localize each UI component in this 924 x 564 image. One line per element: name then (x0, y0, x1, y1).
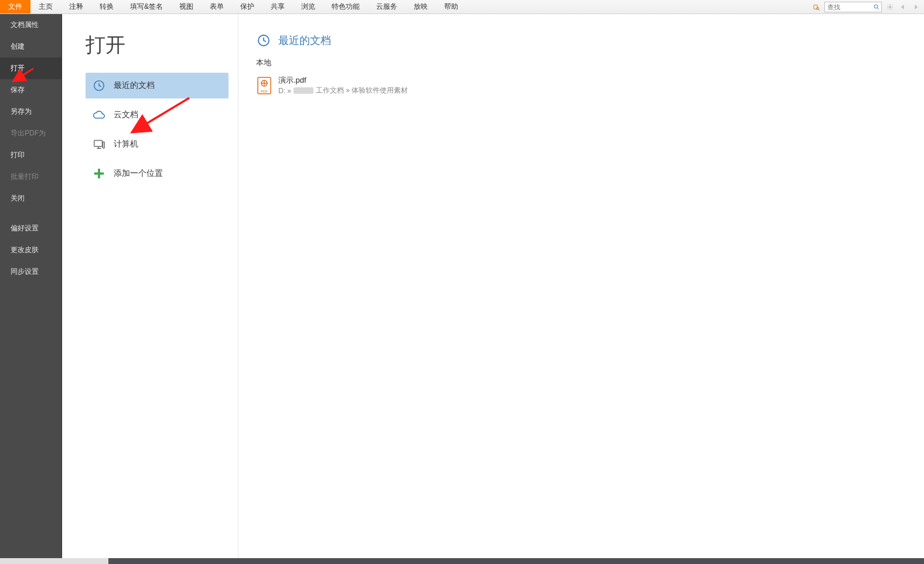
open-panel-title: 打开 (86, 32, 227, 59)
cloud-icon (91, 107, 107, 123)
file-menu-sidebar: 文档属性 创建 打开 保存 另存为 导出PDF为 打印 批量打印 关闭 偏好设置… (0, 14, 62, 564)
menu-tab-fillsign[interactable]: 填写&签名 (122, 0, 171, 13)
top-menubar: 文件 主页 注释 转换 填写&签名 视图 表单 保护 共享 浏览 特色功能 云服… (0, 0, 924, 14)
recent-section-title: 最近的文档 (278, 33, 331, 47)
status-bar (0, 558, 924, 564)
location-label: 云文档 (114, 110, 138, 120)
recent-file-row[interactable]: PDF 演示.pdf D: » 工作文档 » 体验软件使用素材 (256, 73, 924, 98)
redacted-segment (294, 87, 313, 94)
search-icon[interactable] (872, 2, 881, 12)
recent-section-head: 最近的文档 (256, 33, 924, 48)
sidebar-item-skin[interactable]: 更改皮肤 (0, 239, 62, 261)
sidebar-item-saveas[interactable]: 另存为 (0, 101, 62, 123)
menu-tab-file[interactable]: 文件 (0, 0, 30, 13)
location-label: 计算机 (114, 139, 138, 150)
pdf-file-icon: PDF (256, 75, 272, 96)
nav-prev-icon[interactable] (898, 2, 908, 12)
menu-tab-view[interactable]: 视图 (171, 0, 202, 13)
location-cloud[interactable]: 云文档 (86, 102, 229, 128)
svg-rect-8 (94, 172, 104, 175)
search-box[interactable] (824, 2, 882, 12)
menu-tab-comment[interactable]: 注释 (61, 0, 91, 13)
location-computer[interactable]: 计算机 (86, 131, 229, 157)
sidebar-item-exportpdf: 导出PDF为 (0, 123, 62, 144)
location-add[interactable]: 添加一个位置 (86, 161, 229, 186)
nav-next-icon[interactable] (911, 2, 920, 12)
menu-tab-share[interactable]: 共享 (262, 0, 293, 13)
menu-tab-convert[interactable]: 转换 (91, 0, 122, 13)
menu-tab-cloud[interactable]: 云服务 (368, 0, 405, 13)
sidebar-item-open[interactable]: 打开 (0, 57, 62, 79)
svg-point-3 (889, 6, 891, 8)
menu-tab-protect[interactable]: 保护 (232, 0, 262, 13)
sidebar-item-create[interactable]: 创建 (0, 36, 62, 57)
sidebar-item-close[interactable]: 关闭 (0, 188, 62, 209)
clock-icon (91, 78, 107, 93)
recent-files-panel: 最近的文档 本地 PDF 演示.pdf D: » 工作文档 » 体验软件使用素材 (238, 14, 924, 564)
svg-rect-6 (103, 142, 104, 148)
menubar-spacer (466, 0, 812, 13)
menu-tab-help[interactable]: 帮助 (436, 0, 466, 13)
recent-group-label: 本地 (256, 57, 924, 68)
recent-file-path: D: » 工作文档 » 体验软件使用素材 (278, 86, 408, 96)
clock-icon (256, 33, 271, 48)
menu-tab-home[interactable]: 主页 (30, 0, 61, 13)
svg-rect-0 (814, 5, 817, 9)
recent-file-name: 演示.pdf (278, 75, 408, 86)
location-label: 添加一个位置 (114, 168, 163, 179)
computer-icon (91, 137, 107, 152)
location-label: 最近的文档 (114, 80, 155, 91)
open-locations-panel: 打开 最近的文档 云文档 计算机 添加一个位置 (62, 14, 238, 564)
settings-dropdown-icon[interactable] (885, 2, 895, 12)
sidebar-item-preferences[interactable]: 偏好设置 (0, 218, 62, 239)
sidebar-item-batchprint: 批量打印 (0, 166, 62, 188)
location-recent[interactable]: 最近的文档 (86, 73, 229, 98)
sidebar-item-docprops[interactable]: 文档属性 (0, 14, 62, 36)
menu-tab-slideshow[interactable]: 放映 (405, 0, 436, 13)
sidebar-item-sync[interactable]: 同步设置 (0, 261, 62, 283)
find-icon[interactable] (812, 2, 821, 12)
svg-text:PDF: PDF (261, 90, 268, 93)
menu-tab-form[interactable]: 表单 (202, 0, 232, 13)
search-input[interactable] (825, 4, 872, 11)
menu-tab-browse[interactable]: 浏览 (293, 0, 323, 13)
svg-point-2 (874, 5, 878, 8)
menu-tab-features[interactable]: 特色功能 (323, 0, 368, 13)
svg-rect-5 (94, 141, 103, 147)
sidebar-item-save[interactable]: 保存 (0, 79, 62, 101)
sidebar-item-print[interactable]: 打印 (0, 144, 62, 166)
plus-icon (91, 166, 107, 181)
